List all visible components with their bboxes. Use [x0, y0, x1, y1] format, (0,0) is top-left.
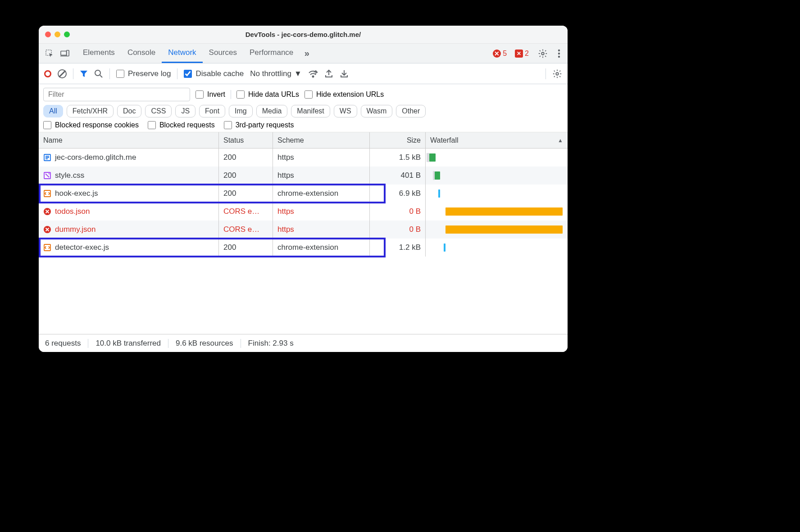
status-resources: 9.6 kB resources	[176, 339, 233, 348]
svg-point-7	[95, 70, 100, 76]
filter-pill-all[interactable]: All	[43, 105, 63, 117]
filter-input[interactable]	[43, 88, 190, 101]
filter-pill-doc[interactable]: Doc	[117, 105, 141, 117]
filter-pill-manifest[interactable]: Manifest	[291, 105, 330, 117]
svg-rect-1	[61, 51, 67, 55]
filter-pill-other[interactable]: Other	[396, 105, 426, 117]
request-name: style.css	[55, 171, 84, 180]
col-name[interactable]: Name	[39, 132, 219, 148]
request-name: todos.json	[55, 207, 90, 216]
tab-console[interactable]: Console	[121, 44, 162, 63]
filter-toggle-icon[interactable]	[80, 70, 88, 78]
issue-count-badge[interactable]: ✕ 2	[513, 50, 531, 58]
svg-point-8	[312, 76, 314, 77]
filter-pill-img[interactable]: Img	[229, 105, 253, 117]
network-conditions-icon[interactable]	[308, 69, 318, 78]
error-count: 5	[503, 50, 507, 58]
blocked-cookies-checkbox[interactable]: Blocked response cookies	[43, 121, 139, 129]
col-size[interactable]: Size	[370, 132, 426, 148]
traffic-lights	[45, 32, 70, 37]
col-scheme[interactable]: Scheme	[273, 132, 370, 148]
script-icon	[43, 189, 51, 198]
request-size: 1.2 kB	[370, 239, 426, 257]
error-icon	[43, 225, 51, 234]
table-header: Name Status Scheme Size Waterfall ▲	[39, 132, 568, 149]
request-table: jec-cors-demo.glitch.me200https1.5 kBsty…	[39, 149, 568, 334]
close-window-button[interactable]	[45, 32, 51, 37]
panel-tabs: ElementsConsoleNetworkSourcesPerformance	[77, 44, 300, 63]
stylesheet-icon	[43, 171, 51, 180]
third-party-checkbox[interactable]: 3rd-party requests	[224, 121, 294, 129]
inspect-element-icon[interactable]	[45, 49, 54, 58]
error-icon	[43, 207, 51, 216]
table-row[interactable]: detector-exec.js200chrome-extension1.2 k…	[39, 239, 568, 257]
more-menu-icon[interactable]	[555, 49, 563, 58]
settings-icon[interactable]	[535, 49, 550, 59]
main-tab-bar: ElementsConsoleNetworkSourcesPerformance…	[39, 44, 568, 63]
request-size: 6.9 kB	[370, 185, 426, 203]
col-status[interactable]: Status	[219, 132, 273, 148]
error-count-badge[interactable]: ✕ 5	[491, 50, 509, 58]
request-scheme: https	[273, 167, 370, 185]
request-name: detector-exec.js	[55, 243, 109, 252]
request-waterfall	[426, 221, 568, 239]
tab-sources[interactable]: Sources	[203, 44, 243, 63]
filter-pill-js[interactable]: JS	[175, 105, 195, 117]
request-size: 0 B	[370, 203, 426, 221]
record-button[interactable]	[44, 70, 51, 77]
filter-pill-media[interactable]: Media	[256, 105, 288, 117]
tab-network[interactable]: Network	[162, 44, 202, 63]
request-scheme: chrome-extension	[273, 185, 370, 203]
table-row[interactable]: jec-cors-demo.glitch.me200https1.5 kB	[39, 149, 568, 167]
request-status: 200	[219, 167, 273, 185]
window-title: DevTools - jec-cors-demo.glitch.me/	[39, 31, 568, 38]
search-icon[interactable]	[94, 69, 103, 78]
filter-pill-ws[interactable]: WS	[334, 105, 357, 117]
table-row[interactable]: todos.jsonCORS e…https0 B	[39, 203, 568, 221]
table-row[interactable]: dummy.jsonCORS e…https0 B	[39, 221, 568, 239]
filter-pill-css[interactable]: CSS	[145, 105, 172, 117]
table-row[interactable]: style.css200https401 B	[39, 167, 568, 185]
request-name: dummy.json	[55, 225, 95, 234]
zoom-window-button[interactable]	[64, 32, 70, 37]
throttling-select[interactable]: No throttling ▼	[250, 69, 302, 78]
request-waterfall	[426, 239, 568, 257]
svg-point-4	[558, 49, 560, 51]
status-requests: 6 requests	[45, 339, 81, 348]
network-settings-icon[interactable]	[552, 69, 562, 79]
request-status: 200	[219, 239, 273, 257]
filter-pill-fetch-xhr[interactable]: Fetch/XHR	[67, 105, 114, 117]
issue-count: 2	[525, 50, 529, 58]
table-row[interactable]: hook-exec.js200chrome-extension6.9 kB	[39, 185, 568, 203]
svg-point-3	[541, 52, 544, 55]
request-status: 200	[219, 185, 273, 203]
blocked-requests-checkbox[interactable]: Blocked requests	[148, 121, 215, 129]
invert-checkbox[interactable]: Invert	[195, 90, 225, 99]
overflow-tabs-icon[interactable]: »	[302, 49, 311, 58]
minimize-window-button[interactable]	[55, 32, 60, 37]
col-waterfall[interactable]: Waterfall ▲	[426, 132, 568, 148]
request-size: 401 B	[370, 167, 426, 185]
resource-type-filters: AllFetch/XHRDocCSSJSFontImgMediaManifest…	[43, 105, 563, 117]
error-icon: ✕	[493, 50, 501, 58]
status-finish: Finish: 2.93 s	[248, 339, 294, 348]
hide-extension-urls-checkbox[interactable]: Hide extension URLs	[305, 90, 384, 99]
tab-performance[interactable]: Performance	[243, 44, 300, 63]
request-size: 1.5 kB	[370, 149, 426, 167]
request-status: 200	[219, 149, 273, 167]
export-har-icon[interactable]	[324, 69, 333, 78]
request-waterfall	[426, 167, 568, 185]
filter-pill-font[interactable]: Font	[199, 105, 225, 117]
clear-button[interactable]	[58, 69, 67, 78]
svg-point-9	[556, 72, 559, 75]
request-waterfall	[426, 149, 568, 167]
filter-pill-wasm[interactable]: Wasm	[361, 105, 393, 117]
import-har-icon[interactable]	[340, 69, 349, 78]
preserve-log-checkbox[interactable]: Preserve log	[116, 69, 171, 78]
request-waterfall	[426, 203, 568, 221]
disable-cache-checkbox[interactable]: Disable cache	[184, 69, 244, 78]
request-size: 0 B	[370, 221, 426, 239]
tab-elements[interactable]: Elements	[77, 44, 121, 63]
device-toolbar-icon[interactable]	[60, 49, 69, 58]
hide-data-urls-checkbox[interactable]: Hide data URLs	[236, 90, 299, 99]
